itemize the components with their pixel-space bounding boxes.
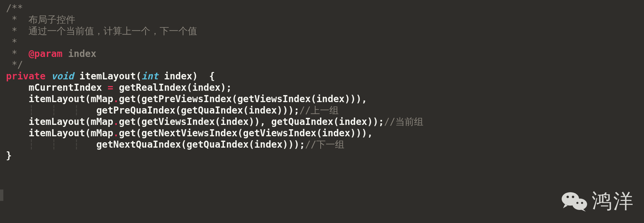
comment-text: 布局子控件 [28, 14, 75, 25]
code-line: * [6, 37, 644, 48]
svg-point-4 [576, 202, 578, 204]
closing-brace: } [6, 150, 12, 161]
code-line: } [6, 150, 644, 161]
inline-comment: //上一组 [300, 105, 339, 116]
code-line: private void itemLayout(int index) { [6, 71, 644, 82]
keyword-private: private [6, 71, 46, 82]
inline-comment: //当前组 [384, 116, 423, 127]
watermark: 鸿洋 [561, 189, 635, 214]
dot-operator: . [113, 93, 119, 104]
code-line: ┆ ┆ ┆ getPreQuaIndex(getQuaIndex(index))… [6, 105, 644, 116]
dot-operator: . [113, 116, 119, 127]
inline-comment: //下一组 [305, 139, 344, 150]
keyword-void: void [51, 71, 74, 82]
indent-guide: ┆ ┆ ┆ [28, 105, 96, 116]
code-line: ┆ ┆ ┆ getNextQuaIndex(getQuaIndex(index)… [6, 139, 644, 150]
gutter-mark [0, 190, 3, 201]
assign-operator: = [107, 82, 113, 93]
wechat-icon [561, 191, 588, 212]
svg-point-2 [567, 196, 569, 198]
code-editor[interactable]: /** * 布局子控件 * 通过一个当前值，计算上一个，下一个值 * * @pa… [6, 3, 644, 161]
code-line: * 通过一个当前值，计算上一个，下一个值 [6, 25, 644, 37]
param-name: index [63, 48, 96, 59]
svg-point-5 [581, 202, 583, 204]
code-line: /** [6, 3, 644, 14]
comment-close: */ [6, 59, 23, 70]
method-name: itemLayout( [79, 71, 141, 82]
code-line: * 布局子控件 [6, 14, 644, 25]
watermark-text: 鸿洋 [592, 189, 635, 214]
indent-guide: ┆ ┆ ┆ [28, 139, 96, 150]
comment-text: 通过一个当前值，计算上一个，下一个值 [28, 25, 197, 36]
keyword-int: int [142, 71, 159, 82]
code-line: itemLayout(mMap.get(getNextViewsIndex(ge… [6, 128, 644, 139]
code-line: */ [6, 59, 644, 71]
javadoc-param-tag: @param [28, 48, 62, 59]
code-line: itemLayout(mMap.get(getViewsIndex(index)… [6, 116, 644, 128]
svg-point-3 [572, 196, 574, 198]
comment-open: /** [6, 3, 23, 14]
svg-point-1 [572, 199, 587, 210]
dot-operator: . [113, 128, 119, 139]
code-line: itemLayout(mMap.get(getPreViewsIndex(get… [6, 93, 644, 105]
code-line: mCurrentIndex = getRealIndex(index); [6, 82, 644, 93]
code-line: * @param index [6, 48, 644, 60]
